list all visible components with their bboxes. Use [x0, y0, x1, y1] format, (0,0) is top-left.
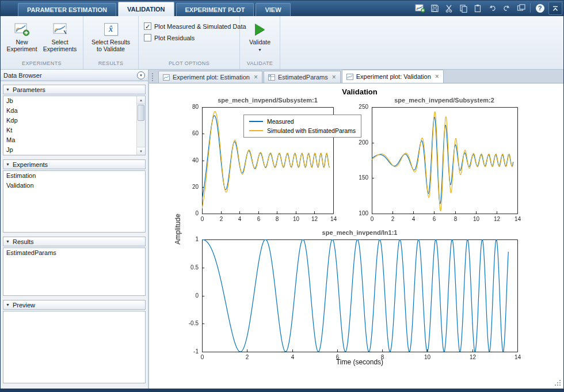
undo-icon[interactable]: [486, 2, 498, 14]
checkbox-box-residuals[interactable]: ✓: [144, 34, 151, 41]
list-item[interactable]: Kdp: [3, 116, 136, 125]
legend-row-measured: Measured: [249, 118, 356, 125]
section-label-plot-options: PLOT OPTIONS: [139, 60, 239, 69]
checkbox-box-measured-simulated[interactable]: ✓: [144, 22, 151, 30]
checkbox-label-residuals: Plot Residuals: [154, 35, 195, 41]
section-header-experiments[interactable]: ▼ Experiments: [3, 159, 146, 169]
dock-icon[interactable]: [515, 2, 527, 14]
experiments-list: Estimation Validation: [3, 170, 146, 233]
ribbon-section-experiments: New Experiment Select Experiments EXPERI…: [1, 16, 83, 69]
subplot1-title: spe_mech_invpend/Subsystem:1: [218, 97, 318, 104]
preview-box: [3, 311, 146, 383]
select-experiments-label-line1: Select: [51, 39, 68, 45]
list-item[interactable]: Jp: [3, 145, 136, 155]
tab-parameter-estimation[interactable]: PARAMETER ESTIMATION: [18, 3, 116, 16]
quick-access-toolbar: ?: [414, 2, 546, 14]
collapse-triangle-icon: ▼: [6, 303, 10, 307]
xhat-glyph: x̂: [109, 26, 113, 33]
copy-icon[interactable]: [457, 2, 470, 14]
ribbon-tab-bar: PARAMETER ESTIMATION VALIDATION EXPERIME…: [1, 1, 563, 16]
section-header-results[interactable]: ▼ Results: [3, 237, 146, 246]
toolbar-separator: [530, 3, 531, 13]
parameters-list: Jb Kda Kdp Kt Ma Jp ▲ ▼: [3, 96, 146, 155]
legend-line-measured: [249, 121, 263, 122]
figure-title: Validation: [342, 87, 377, 96]
data-browser-panel: Data Browser ▼ ▼ Parameters Jb Kda Kdp K…: [1, 70, 148, 389]
list-item[interactable]: EstimatedParams: [3, 248, 145, 258]
list-item[interactable]: Kt: [3, 125, 136, 135]
list-item[interactable]: Jb: [3, 96, 136, 106]
legend-line-simulated: [249, 130, 263, 131]
help-icon[interactable]: ?: [533, 2, 546, 14]
checkbox-plot-measured-simulated[interactable]: ✓ Plot Measured & Simulated Data: [144, 22, 246, 30]
section-header-preview[interactable]: ▼ Preview: [3, 300, 146, 310]
close-icon[interactable]: ×: [332, 74, 336, 81]
collapse-triangle-icon: ▼: [6, 162, 10, 166]
results-list: EstimatedParams: [3, 248, 146, 296]
list-item[interactable]: Estimation: [3, 171, 145, 181]
tab-view[interactable]: VIEW: [256, 3, 290, 16]
data-browser-header: Data Browser ▼: [1, 70, 148, 81]
parameters-scrollbar[interactable]: ▲ ▼: [136, 96, 145, 155]
section-label-results: RESULTS: [83, 60, 138, 69]
save-icon[interactable]: [428, 2, 441, 14]
checkbox-plot-residuals[interactable]: ✓ Plot Residuals: [144, 34, 195, 41]
doc-tab-label: Experiment plot: Validation: [356, 73, 431, 80]
validate-dropdown-icon[interactable]: ▼: [258, 47, 262, 54]
legend-row-simulated: Simulated with EstimatedParams: [249, 127, 356, 134]
subplot2-title: spe_mech_invpend/Subsystem:2: [394, 97, 494, 104]
select-results-icon: x̂: [104, 21, 118, 37]
section-title-results: Results: [13, 238, 34, 245]
close-icon[interactable]: ×: [435, 73, 439, 80]
resize-grip-icon[interactable]: [559, 385, 561, 386]
main-area: Data Browser ▼ ▼ Parameters Jb Kda Kdp K…: [1, 70, 563, 389]
x-axis-label: Time (seconds): [336, 358, 383, 366]
legend-label-measured: Measured: [267, 118, 294, 125]
doc-tab-experiment-plot-estimation[interactable]: Experiment plot: Estimation ×: [158, 71, 262, 83]
doc-tab-label: Experiment plot: Estimation: [173, 74, 250, 81]
scroll-up-icon[interactable]: ▲: [137, 96, 145, 104]
scrollbar-thumb[interactable]: [138, 105, 144, 121]
checkbox-label-measured-simulated: Plot Measured & Simulated Data: [154, 23, 246, 30]
validate-button[interactable]: Validate ▼: [243, 18, 277, 54]
legend[interactable]: Measured Simulated with EstimatedParams: [243, 115, 361, 138]
y-axis-label: Amplitude: [174, 214, 182, 244]
section-title-experiments: Experiments: [13, 161, 48, 168]
new-plot-icon[interactable]: [414, 2, 426, 14]
cut-icon[interactable]: [443, 2, 455, 14]
scroll-down-icon[interactable]: ▼: [137, 147, 145, 155]
new-experiment-label-line1: New: [16, 39, 28, 45]
select-results-button[interactable]: x̂ Select Results to Validate: [87, 18, 135, 53]
document-tab-bar: Experiment plot: Estimation × EstimatedP…: [149, 70, 563, 83]
paste-icon[interactable]: [471, 2, 484, 14]
close-icon[interactable]: ×: [254, 74, 258, 81]
list-item[interactable]: Kda: [3, 106, 136, 116]
legend-label-simulated: Simulated with EstimatedParams: [267, 127, 356, 134]
tab-drag-handle-icon[interactable]: [152, 73, 155, 81]
new-experiment-label-line2: Experiment: [6, 45, 37, 52]
plot-doc-icon: [163, 74, 170, 81]
list-item[interactable]: Validation: [3, 181, 145, 191]
validate-label: Validate: [249, 39, 270, 45]
select-results-label-line2: to Validate: [97, 45, 125, 52]
select-experiments-icon: [52, 21, 68, 37]
select-experiments-button[interactable]: Select Experiments: [41, 18, 78, 53]
section-header-parameters[interactable]: ▼ Parameters: [3, 85, 146, 94]
data-browser-body: ▼ Parameters Jb Kda Kdp Kt Ma Jp ▲: [1, 81, 148, 389]
validate-play-icon: [255, 21, 265, 37]
new-experiment-button[interactable]: New Experiment: [3, 18, 40, 53]
ribbon-section-validate: Validate ▼ VALIDATE: [240, 16, 280, 69]
tab-validation[interactable]: VALIDATION: [118, 2, 174, 16]
list-item[interactable]: Ma: [3, 135, 136, 145]
validation-figure: Validation spe_mech_invpend/Subsystem:1 …: [149, 83, 563, 389]
doc-tab-label: EstimatedParams: [278, 74, 328, 81]
new-experiment-icon: [14, 21, 30, 37]
help-glyph: ?: [536, 4, 544, 13]
doc-tab-estimatedparams[interactable]: EstimatedParams ×: [264, 71, 341, 83]
tab-experiment-plot[interactable]: EXPERIMENT PLOT: [176, 3, 254, 16]
data-browser-title: Data Browser: [3, 72, 42, 79]
redo-icon[interactable]: [500, 2, 513, 14]
minimize-ribbon-icon[interactable]: [548, 2, 562, 15]
panel-collapse-icon[interactable]: ▼: [137, 71, 145, 79]
doc-tab-experiment-plot-validation[interactable]: Experiment plot: Validation ×: [342, 70, 444, 83]
